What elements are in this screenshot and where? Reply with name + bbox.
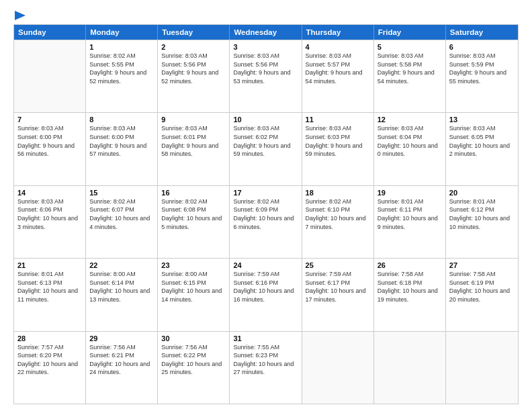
calendar-cell: 6 Sunrise: 8:03 AM Sunset: 5:59 PM Dayli… bbox=[446, 40, 518, 112]
weekday-header: Tuesday bbox=[158, 25, 230, 40]
calendar-cell bbox=[446, 332, 518, 404]
calendar-cell: 7 Sunrise: 8:03 AM Sunset: 6:00 PM Dayli… bbox=[14, 113, 86, 185]
calendar-cell: 22 Sunrise: 8:00 AM Sunset: 6:14 PM Dayl… bbox=[86, 259, 158, 330]
day-number: 9 bbox=[161, 116, 226, 124]
day-detail: Sunrise: 8:02 AM Sunset: 5:55 PM Dayligh… bbox=[89, 52, 154, 85]
day-detail: Sunrise: 7:58 AM Sunset: 6:18 PM Dayligh… bbox=[378, 270, 442, 304]
day-number: 31 bbox=[233, 334, 298, 342]
calendar-cell: 24 Sunrise: 7:59 AM Sunset: 6:16 PM Dayl… bbox=[230, 259, 302, 330]
day-number: 24 bbox=[233, 261, 298, 269]
calendar-row: 1 Sunrise: 8:02 AM Sunset: 5:55 PM Dayli… bbox=[14, 40, 518, 112]
day-number: 8 bbox=[89, 116, 154, 124]
logo bbox=[13, 11, 26, 17]
day-detail: Sunrise: 8:03 AM Sunset: 6:00 PM Dayligh… bbox=[17, 124, 82, 158]
day-detail: Sunrise: 8:03 AM Sunset: 6:03 PM Dayligh… bbox=[306, 124, 370, 158]
calendar-cell: 14 Sunrise: 8:03 AM Sunset: 6:06 PM Dayl… bbox=[14, 186, 86, 258]
calendar-cell: 8 Sunrise: 8:03 AM Sunset: 6:00 PM Dayli… bbox=[86, 113, 158, 185]
calendar-cell: 18 Sunrise: 8:02 AM Sunset: 6:10 PM Dayl… bbox=[302, 186, 374, 258]
day-detail: Sunrise: 8:03 AM Sunset: 6:01 PM Dayligh… bbox=[161, 124, 226, 158]
calendar-row: 21 Sunrise: 8:01 AM Sunset: 6:13 PM Dayl… bbox=[14, 258, 518, 330]
calendar-cell: 2 Sunrise: 8:03 AM Sunset: 5:56 PM Dayli… bbox=[158, 40, 230, 112]
weekday-header: Sunday bbox=[14, 25, 86, 40]
day-detail: Sunrise: 8:02 AM Sunset: 6:07 PM Dayligh… bbox=[89, 197, 154, 231]
calendar-cell: 11 Sunrise: 8:03 AM Sunset: 6:03 PM Dayl… bbox=[302, 113, 374, 185]
day-detail: Sunrise: 8:00 AM Sunset: 6:15 PM Dayligh… bbox=[161, 270, 226, 304]
calendar-cell: 4 Sunrise: 8:03 AM Sunset: 5:57 PM Dayli… bbox=[302, 40, 374, 112]
calendar-cell: 27 Sunrise: 7:58 AM Sunset: 6:19 PM Dayl… bbox=[446, 259, 518, 330]
day-number: 15 bbox=[89, 189, 154, 197]
day-number: 17 bbox=[233, 189, 298, 197]
calendar-cell: 15 Sunrise: 8:02 AM Sunset: 6:07 PM Dayl… bbox=[86, 186, 158, 258]
calendar-cell: 29 Sunrise: 7:56 AM Sunset: 6:21 PM Dayl… bbox=[86, 332, 158, 404]
day-number: 10 bbox=[233, 116, 298, 124]
day-number: 28 bbox=[17, 334, 82, 342]
calendar-cell: 21 Sunrise: 8:01 AM Sunset: 6:13 PM Dayl… bbox=[14, 259, 86, 330]
day-detail: Sunrise: 7:59 AM Sunset: 6:17 PM Dayligh… bbox=[306, 270, 370, 304]
day-number: 6 bbox=[449, 43, 515, 51]
weekday-header: Wednesday bbox=[230, 25, 302, 40]
calendar-cell: 1 Sunrise: 8:02 AM Sunset: 5:55 PM Dayli… bbox=[86, 40, 158, 112]
calendar-cell: 31 Sunrise: 7:55 AM Sunset: 6:23 PM Dayl… bbox=[230, 332, 302, 404]
calendar-cell: 30 Sunrise: 7:56 AM Sunset: 6:22 PM Dayl… bbox=[158, 332, 230, 404]
day-detail: Sunrise: 8:02 AM Sunset: 6:10 PM Dayligh… bbox=[306, 197, 370, 231]
svg-marker-0 bbox=[15, 11, 26, 20]
calendar-cell: 5 Sunrise: 8:03 AM Sunset: 5:58 PM Dayli… bbox=[374, 40, 446, 112]
day-detail: Sunrise: 8:03 AM Sunset: 6:02 PM Dayligh… bbox=[233, 124, 298, 158]
day-number: 12 bbox=[378, 116, 442, 124]
day-number: 13 bbox=[449, 116, 515, 124]
calendar-cell: 9 Sunrise: 8:03 AM Sunset: 6:01 PM Dayli… bbox=[158, 113, 230, 185]
day-number: 27 bbox=[449, 261, 515, 269]
weekday-header: Thursday bbox=[302, 25, 374, 40]
day-detail: Sunrise: 8:03 AM Sunset: 6:05 PM Dayligh… bbox=[449, 124, 515, 158]
day-number: 23 bbox=[161, 261, 226, 269]
day-detail: Sunrise: 8:01 AM Sunset: 6:13 PM Dayligh… bbox=[17, 270, 82, 304]
calendar-cell bbox=[374, 332, 446, 404]
day-detail: Sunrise: 8:03 AM Sunset: 6:04 PM Dayligh… bbox=[378, 124, 442, 158]
header bbox=[13, 11, 519, 17]
calendar-body: 1 Sunrise: 8:02 AM Sunset: 5:55 PM Dayli… bbox=[14, 40, 518, 404]
day-detail: Sunrise: 8:02 AM Sunset: 6:09 PM Dayligh… bbox=[233, 197, 298, 231]
weekday-header: Monday bbox=[86, 25, 158, 40]
day-detail: Sunrise: 7:56 AM Sunset: 6:21 PM Dayligh… bbox=[89, 343, 154, 377]
day-detail: Sunrise: 8:03 AM Sunset: 6:06 PM Dayligh… bbox=[17, 197, 82, 231]
calendar-cell bbox=[14, 40, 86, 112]
calendar-cell bbox=[302, 332, 374, 404]
day-number: 16 bbox=[161, 189, 226, 197]
day-number: 5 bbox=[378, 43, 442, 51]
calendar-cell: 26 Sunrise: 7:58 AM Sunset: 6:18 PM Dayl… bbox=[374, 259, 446, 330]
day-detail: Sunrise: 7:57 AM Sunset: 6:20 PM Dayligh… bbox=[17, 343, 82, 377]
day-detail: Sunrise: 8:03 AM Sunset: 5:56 PM Dayligh… bbox=[233, 52, 298, 85]
day-detail: Sunrise: 8:03 AM Sunset: 6:00 PM Dayligh… bbox=[89, 124, 154, 158]
calendar-header: SundayMondayTuesdayWednesdayThursdayFrid… bbox=[14, 25, 518, 40]
day-number: 14 bbox=[17, 189, 82, 197]
day-number: 1 bbox=[89, 43, 154, 51]
day-number: 22 bbox=[89, 261, 154, 269]
day-number: 29 bbox=[89, 334, 154, 342]
day-number: 19 bbox=[378, 189, 442, 197]
day-detail: Sunrise: 8:01 AM Sunset: 6:11 PM Dayligh… bbox=[378, 197, 442, 231]
calendar-cell: 28 Sunrise: 7:57 AM Sunset: 6:20 PM Dayl… bbox=[14, 332, 86, 404]
calendar-row: 14 Sunrise: 8:03 AM Sunset: 6:06 PM Dayl… bbox=[14, 185, 518, 258]
calendar-cell: 23 Sunrise: 8:00 AM Sunset: 6:15 PM Dayl… bbox=[158, 259, 230, 330]
day-number: 2 bbox=[161, 43, 226, 51]
calendar-cell: 20 Sunrise: 8:01 AM Sunset: 6:12 PM Dayl… bbox=[446, 186, 518, 258]
calendar-cell: 25 Sunrise: 7:59 AM Sunset: 6:17 PM Dayl… bbox=[302, 259, 374, 330]
day-detail: Sunrise: 8:03 AM Sunset: 5:56 PM Dayligh… bbox=[161, 52, 226, 85]
day-number: 21 bbox=[17, 261, 82, 269]
day-detail: Sunrise: 8:03 AM Sunset: 5:57 PM Dayligh… bbox=[306, 52, 370, 85]
calendar-cell: 3 Sunrise: 8:03 AM Sunset: 5:56 PM Dayli… bbox=[230, 40, 302, 112]
calendar-cell: 16 Sunrise: 8:02 AM Sunset: 6:08 PM Dayl… bbox=[158, 186, 230, 258]
day-number: 3 bbox=[233, 43, 298, 51]
page: SundayMondayTuesdayWednesdayThursdayFrid… bbox=[0, 0, 532, 411]
calendar-cell: 10 Sunrise: 8:03 AM Sunset: 6:02 PM Dayl… bbox=[230, 113, 302, 185]
day-detail: Sunrise: 7:56 AM Sunset: 6:22 PM Dayligh… bbox=[161, 343, 226, 377]
calendar-cell: 12 Sunrise: 8:03 AM Sunset: 6:04 PM Dayl… bbox=[374, 113, 446, 185]
calendar: SundayMondayTuesdayWednesdayThursdayFrid… bbox=[13, 24, 519, 404]
calendar-row: 28 Sunrise: 7:57 AM Sunset: 6:20 PM Dayl… bbox=[14, 331, 518, 404]
day-number: 26 bbox=[378, 261, 442, 269]
day-detail: Sunrise: 7:55 AM Sunset: 6:23 PM Dayligh… bbox=[233, 343, 298, 377]
day-number: 20 bbox=[449, 189, 515, 197]
weekday-header: Friday bbox=[374, 25, 446, 40]
weekday-header: Saturday bbox=[446, 25, 518, 40]
day-detail: Sunrise: 8:03 AM Sunset: 5:58 PM Dayligh… bbox=[378, 52, 442, 85]
